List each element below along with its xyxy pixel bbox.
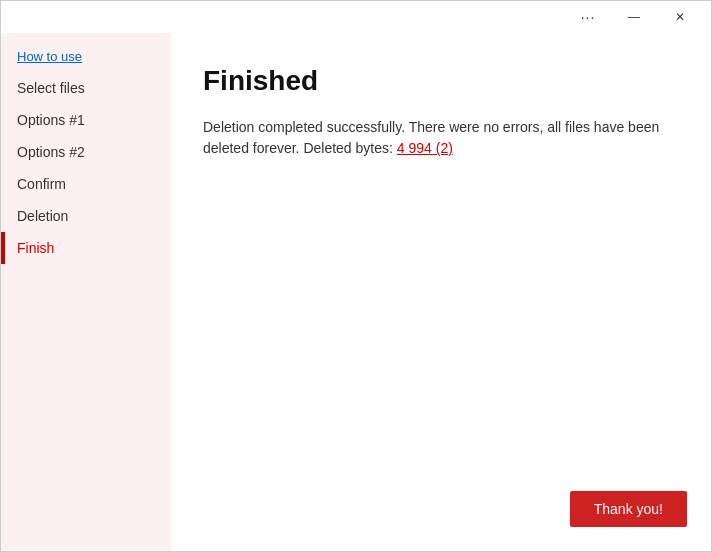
sidebar-item-options-1[interactable]: Options #1 bbox=[1, 104, 171, 136]
sidebar-item-select-files[interactable]: Select files bbox=[1, 72, 171, 104]
close-button[interactable]: ✕ bbox=[657, 1, 703, 33]
sidebar-item-options-2[interactable]: Options #2 bbox=[1, 136, 171, 168]
sidebar-item-how-to-use[interactable]: How to use bbox=[1, 41, 171, 72]
more-button[interactable]: ··· bbox=[565, 1, 611, 33]
footer: Thank you! bbox=[570, 491, 687, 527]
sidebar-item-confirm[interactable]: Confirm bbox=[1, 168, 171, 200]
main-panel: Finished Deletion completed successfully… bbox=[171, 33, 711, 551]
page-title: Finished bbox=[203, 65, 679, 97]
minimize-button[interactable]: — bbox=[611, 1, 657, 33]
deleted-bytes-value: 4 994 (2) bbox=[397, 140, 453, 156]
sidebar-item-deletion[interactable]: Deletion bbox=[1, 200, 171, 232]
titlebar: ··· — ✕ bbox=[1, 1, 711, 33]
thank-you-button[interactable]: Thank you! bbox=[570, 491, 687, 527]
titlebar-controls: ··· — ✕ bbox=[565, 1, 703, 33]
description-text: Deletion completed successfully. There w… bbox=[203, 117, 679, 159]
sidebar: How to use Select files Options #1 Optio… bbox=[1, 33, 171, 551]
app-window: ··· — ✕ How to use Select files Options … bbox=[0, 0, 712, 552]
content-area: How to use Select files Options #1 Optio… bbox=[1, 33, 711, 551]
sidebar-item-finish[interactable]: Finish bbox=[1, 232, 171, 264]
